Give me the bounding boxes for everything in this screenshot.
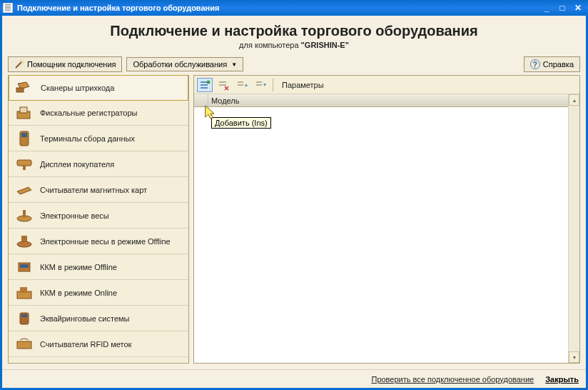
scroll-up-button[interactable]: ▴ [569,94,579,106]
delete-button[interactable] [216,78,231,92]
cash-register-online-icon [14,284,34,301]
maximize-button[interactable]: □ [555,2,569,14]
svg-rect-29 [238,84,243,86]
list-header-marker-column[interactable] [194,94,208,106]
svg-rect-21 [17,341,31,349]
header: Подключение и настройка торгового оборуд… [2,16,586,54]
sidebar-item-data-terminals[interactable]: Терминалы сбора данных [9,126,188,151]
svg-line-0 [16,62,21,68]
svg-rect-8 [21,133,27,137]
main-toolbar: Помощник подключения Обработки обслужива… [2,54,586,75]
sidebar-item-label: Считыватели магнитных карт [40,186,147,194]
svg-rect-9 [17,160,31,166]
assistant-button-label: Помощник подключения [27,60,116,69]
delete-row-icon [218,79,229,91]
add-row-icon [199,79,211,91]
svg-point-3 [23,62,24,64]
assistant-button[interactable]: Помощник подключения [8,56,122,72]
help-button[interactable]: ? Справка [524,56,580,72]
sidebar-item-scales[interactable]: Электронные весы [9,203,188,229]
sidebar-item-fiscal-registers[interactable]: Фискальные регистраторы [9,100,188,126]
svg-rect-23 [201,84,208,86]
card-reader-icon [14,181,34,199]
scale-offline-icon [14,233,34,250]
svg-rect-28 [238,81,243,83]
toolbar-separator [273,79,273,91]
svg-rect-20 [21,314,27,317]
titlebar: Подключение и настройка торгового оборуд… [0,0,588,16]
svg-rect-12 [23,210,26,217]
list-header-model-column[interactable]: Модель [208,96,239,105]
window-title: Подключение и настройка торгового оборуд… [17,4,539,12]
cash-register-offline-icon [14,259,34,276]
customer-display-icon [14,156,34,173]
vertical-scrollbar[interactable]: ▴ ▾ [568,94,579,363]
fiscal-printer-icon [14,104,34,121]
add-tooltip: Добавить (Ins) [211,117,271,129]
service-dropdown-label: Обработки обслуживания [133,60,227,69]
sidebar-item-label: Электронные весы в режиме Offline [40,237,171,246]
data-terminal-icon [14,130,34,147]
close-window-button[interactable]: ✕ [571,2,585,14]
scale-icon [14,207,34,224]
help-button-label: Справка [543,60,574,69]
list-body[interactable]: Добавить (Ins) [194,107,568,363]
svg-rect-31 [256,84,262,86]
add-button[interactable] [197,78,213,92]
svg-rect-14 [21,236,27,241]
pos-terminal-icon [14,310,34,327]
scroll-down-button[interactable]: ▾ [569,351,579,363]
sidebar-item-label: Сканеры штрихкода [41,84,114,92]
sidebar-item-label: Терминалы сбора данных [40,134,135,143]
sidebar-item-label: Фискальные регистраторы [40,109,137,117]
sidebar-item-cash-register-online[interactable]: ККМ в режиме Online [9,280,188,306]
sidebar-item-cash-register-offline[interactable]: ККМ в режиме Offline [9,254,188,280]
rfid-reader-icon [14,336,34,353]
footer: Проверить все подключенное оборудование … [2,369,586,388]
sidebar-item-label: ККМ в режиме Offline [40,263,117,271]
main-panel: Параметры Модель Добавить (Ins) [193,75,580,364]
close-button[interactable]: Закрыть [545,375,579,384]
page-title: Подключение и настройка торгового оборуд… [2,23,586,39]
window-controls: _ □ ✕ [539,2,585,14]
chevron-down-icon: ▼ [231,61,237,68]
wand-icon [14,59,24,69]
service-dropdown-button[interactable]: Обработки обслуживания ▼ [126,57,243,71]
svg-rect-24 [201,87,208,89]
svg-rect-26 [219,81,226,83]
document-icon [3,3,13,13]
barcode-scanner-icon [15,79,35,96]
sidebar-item-label: Считыватели RFID меток [40,340,131,349]
svg-rect-27 [219,84,226,86]
parameters-link[interactable]: Параметры [282,81,324,89]
equipment-list: Модель Добавить (Ins) ▴ ▾ [194,94,579,363]
svg-point-2 [20,59,21,61]
move-down-button[interactable] [253,78,268,92]
svg-rect-18 [20,287,27,293]
sidebar-item-rfid-readers[interactable]: Считыватели RFID меток [9,331,188,357]
page-subtitle: для компьютера "GRISHIN-E" [2,41,586,49]
sidebar-item-acquiring-systems[interactable]: Эквайринговые системы [9,306,188,331]
sidebar-item-magnetic-card-readers[interactable]: Считыватели магнитных карт [9,177,188,203]
svg-point-1 [21,61,23,62]
sidebar-item-label: ККМ в режиме Online [40,289,117,297]
sidebar-item-label: Эквайринговые системы [40,314,130,323]
help-icon: ? [530,59,540,69]
sidebar-item-barcode-scanners[interactable]: Сканеры штрихкода [9,75,188,101]
sidebar-item-scales-offline[interactable]: Электронные весы в режиме Offline [9,229,188,254]
minimize-button[interactable]: _ [539,2,554,14]
svg-rect-30 [256,81,262,83]
svg-rect-16 [20,264,29,268]
list-header: Модель [194,94,568,107]
move-up-button[interactable] [234,78,250,92]
sidebar-item-label: Дисплеи покупателя [40,160,114,169]
svg-point-25 [207,80,211,84]
sidebar-item-label: Электронные весы [40,211,109,220]
panel-toolbar: Параметры [194,76,579,94]
category-sidebar: Сканеры штрихкода Фискальные регистратор… [8,75,189,364]
svg-rect-4 [16,88,24,92]
scroll-track[interactable] [569,106,579,351]
sidebar-item-customer-displays[interactable]: Дисплеи покупателя [9,151,188,177]
svg-rect-6 [20,107,27,113]
check-equipment-link[interactable]: Проверить все подключенное оборудование [371,375,534,384]
